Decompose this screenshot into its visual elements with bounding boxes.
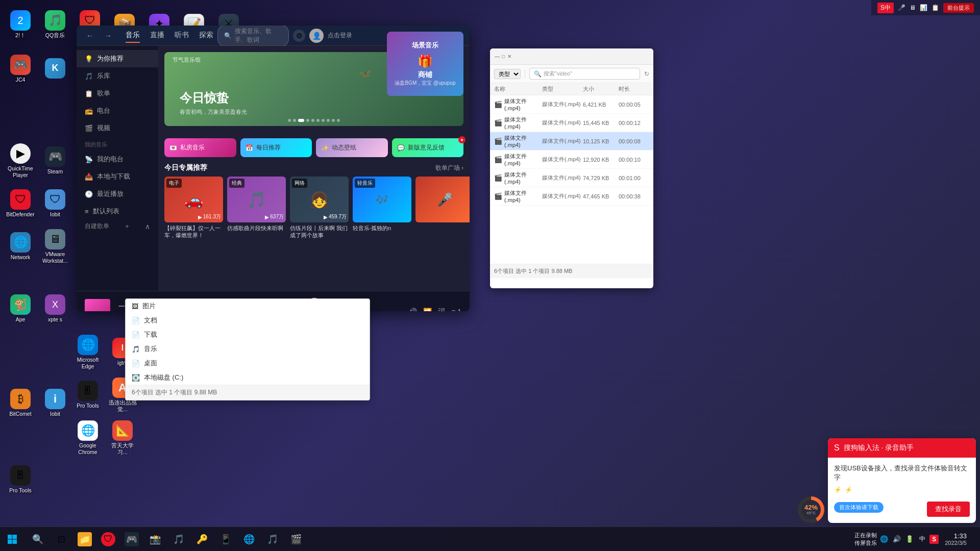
show-desktop-btn[interactable] [973,528,976,550]
sidebar-songlist[interactable]: 📋 歌单 [77,85,158,102]
taskbar-app7[interactable]: 🎵 [167,528,190,550]
folder-music[interactable]: 🎵 音乐 [126,342,370,356]
sidebar-recommend[interactable]: 💡 为你推荐 [77,50,158,67]
taskbar-app10[interactable]: 🌐 [238,528,260,550]
folder-desktop[interactable]: 📄 桌面 [126,356,370,370]
desktop-icon-bitcomet[interactable]: ₿ BitComet [4,383,37,423]
desktop-icon-qq-games[interactable]: 2 2!！ [4,4,37,45]
sidebar-local[interactable]: 📥 本地与下载 [77,168,158,185]
sidebar-library[interactable]: 🎵 乐库 [77,67,158,85]
tab-live[interactable]: 直播 [150,29,164,43]
dot-8[interactable] [327,119,330,122]
dot-10[interactable] [337,119,340,122]
tray-sogou[interactable]: S [929,535,939,544]
tray-clip[interactable]: 📋 [932,4,939,11]
sidebar-default-list[interactable]: ≡ 默认列表 [77,203,158,220]
desktop-icon-network[interactable]: 🌐 Network [4,226,37,267]
tray-mic[interactable]: 🎤 [898,4,905,11]
tray-monitor[interactable]: 🖥 [910,4,916,11]
music-settings-btn[interactable]: ⚙ [293,30,305,42]
folder-local-c[interactable]: 💽 本地磁盘 (C:) [126,370,370,385]
dot-9[interactable] [332,119,335,122]
file-win-maximize[interactable]: □ [500,54,506,60]
desktop-icon-ape[interactable]: 🐒 Ape [4,288,37,329]
notif-download-btn[interactable]: 首次体验请下载 [834,502,884,513]
rec-card-2[interactable]: 🎵 经典 ▶637万 仿感歌曲片段快来听啊 [227,177,286,239]
lyric-btn[interactable]: 词 [438,307,445,312]
rec-card-1[interactable]: 🚗 电子 ▶161.3万 【碎裂狂飙】仅一人一车，爆燃世界！ [164,177,223,239]
tray-stats[interactable]: 📊 [920,4,927,11]
desktop-icon-steam[interactable]: 🎮 Steam [39,140,71,181]
recommend-more[interactable]: 歌单广场 › [435,164,463,172]
music-search-bar[interactable]: 🔍 搜索音乐、歌手、歌词 [217,26,289,47]
taskbar-app11[interactable]: 🎵 [261,528,284,550]
tab-music[interactable]: 音乐 [126,29,140,43]
tray-volume[interactable]: 🔊 [891,534,902,545]
music-user[interactable]: 👤 点击登录 [309,29,352,43]
desktop-icon-qq-music[interactable]: 🎵 QQ音乐 [39,4,71,45]
desktop-icon-xptes[interactable]: X xpte s [39,288,71,329]
desktop-icon-protools[interactable]: 🎚 Pro Tools [71,374,104,415]
sidebar-radio[interactable]: 📻 电台 [77,102,158,119]
loop-btn[interactable]: 🔁 [423,308,432,312]
sidebar-my-radio[interactable]: 📡 我的电台 [77,151,158,168]
desktop-icon-iobit2[interactable]: i Iobit [39,383,71,423]
volume-icon[interactable]: 🔊 [408,308,417,312]
desktop-icon-vmware[interactable]: 🖥 VMware Workstat... [39,226,71,267]
quick-btn-private[interactable]: 💌 私房音乐 [164,138,236,157]
folder-pictures[interactable]: 🖼 图片 [126,299,370,313]
playlist-btn[interactable]: ≡ 1 [451,308,461,312]
rec-card-4[interactable]: 🎶 轻音乐 轻音乐·孤独的n [353,177,411,239]
tab-book[interactable]: 听书 [175,29,189,43]
taskbar-search[interactable]: 🔍 [27,528,49,550]
desktop-icon-malwarebytes[interactable]: 🛡 Iobit [39,183,71,224]
tray-ime[interactable]: 中 [917,534,928,545]
dot-3[interactable] [298,119,304,122]
rec-card-5[interactable]: 🎤 [415,177,470,239]
tray-network[interactable]: 🌐 [878,534,890,545]
sidebar-video[interactable]: 🎬 视频 [77,119,158,137]
taskbar-app8[interactable]: 🔑 [191,528,213,550]
system-clock[interactable]: 1:33 2022/3/5 [941,532,971,546]
file-refresh-btn[interactable]: ↻ [644,70,649,78]
file-row[interactable]: 🎬 媒体文件(.mp4) 媒体文件(.mp4) 15,445 KB 00:00:… [490,114,653,132]
folder-downloads[interactable]: 📄 下载 [126,328,370,342]
cpu-monitor[interactable]: 42% 45°C [798,496,824,523]
desktop-icon-bitdefender[interactable]: 🛡 BitDefender [4,183,37,224]
folder-documents[interactable]: 📄 文档 [126,313,370,328]
playlist-add-btn[interactable]: + [125,223,129,230]
file-row[interactable]: 🎬 媒体文件(.mp4) 媒体文件(.mp4) 12,920 KB 00:00:… [490,151,653,169]
desktop-protools-bottom[interactable]: 🎚 Pro Tools [0,465,41,494]
side-banner[interactable]: 场景音乐 🎁 商铺 涵盖BGM，宜宝 @upupup [387,46,463,96]
desktop-icon-quicktime[interactable]: ▶ QuickTime Player [4,140,37,181]
file-row[interactable]: 🎬 媒体文件(.mp4) 媒体文件(.mp4) 74,729 KB 00:01:… [490,169,653,187]
dot-7[interactable] [322,119,325,122]
notif-find-btn[interactable]: 查找录音 [927,502,970,517]
taskbar-app5[interactable]: 🎮 [120,528,143,550]
taskbar-app12[interactable]: 🎬 [285,528,307,550]
desktop-icon-jc4[interactable]: 🎮 JC4 [4,48,37,89]
playlist-collapse-btn[interactable]: ∧ [145,222,150,231]
quick-btn-dynamic[interactable]: ✨ 动态壁纸 [316,138,388,157]
taskbar-360[interactable]: 🛡 [97,528,119,550]
dot-2[interactable] [293,119,296,122]
tray-battery[interactable]: 🔋 [904,534,915,545]
nav-back[interactable]: ← [83,29,97,43]
quick-btn-daily[interactable]: 📅 每日推荐 [240,138,312,157]
file-row[interactable]: 🎬 媒体文件(.mp4) 媒体文件(.mp4) 6,421 KB 00:00:0… [490,95,653,114]
file-type-filter[interactable]: 类型 [494,69,521,79]
dot-6[interactable] [316,119,320,122]
topright-button[interactable]: 前台提示 [943,3,974,13]
quick-btn-feedback[interactable]: 💬 新版意见反馈 ● [392,138,464,157]
desktop-icon-kleopatra[interactable]: K [39,48,71,89]
tab-explore[interactable]: 探索 [199,29,213,43]
dot-5[interactable] [311,119,314,122]
tray-recording[interactable]: 正在录制 传屏音乐 [854,532,877,547]
nav-forward[interactable]: → [101,29,115,43]
ime-indicator[interactable]: S中 [877,3,894,13]
desktop-icon-chrome[interactable]: 🌐 Google Chrome [71,417,104,458]
taskbar-app9[interactable]: 📱 [214,528,237,550]
sidebar-recent[interactable]: 🕐 最近播放 [77,185,158,203]
desktop-icon-cad[interactable]: 📐 苦天大学习... [106,417,139,458]
file-row[interactable]: 🎬 媒体文件(.mp4) 媒体文件(.mp4) 47,465 KB 00:00:… [490,187,653,206]
